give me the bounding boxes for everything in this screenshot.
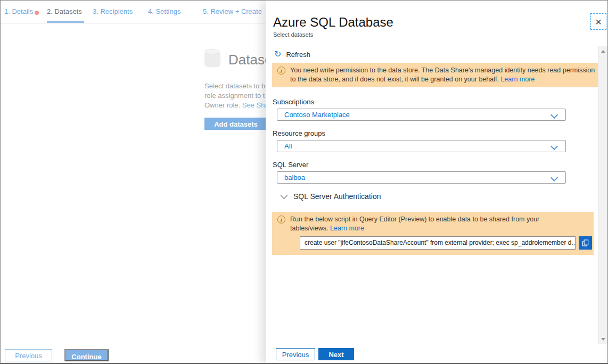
sql-server-authentication-expander[interactable]: SQL Server Authentication [282,192,381,201]
close-button[interactable]: × [590,13,606,30]
sql-server-value: balboa [284,172,305,183]
copy-icon [582,239,589,247]
refresh-label: Refresh [286,51,310,59]
subscriptions-label: Subscriptions [273,98,314,106]
scroll-down-arrow-icon[interactable] [601,338,605,341]
scroll-up-arrow-icon[interactable] [601,50,605,53]
info-icon: i [277,67,285,75]
subscriptions-value: Contoso Marketplace [284,109,350,120]
chevron-down-icon [551,111,558,119]
permission-info-banner: i You need write permission to the data … [272,63,598,87]
permission-banner-text: You need write permission to the data st… [290,66,599,84]
subscriptions-dropdown[interactable]: Contoso Marketplace [277,109,566,121]
refresh-icon: ↻ [274,50,281,59]
close-icon: × [595,16,602,28]
script-banner-text: Run the below script in Query Editor (Pr… [290,215,556,233]
refresh-button[interactable]: ↻ Refresh [274,49,310,59]
resource-groups-dropdown[interactable]: All [277,140,566,152]
azure-sql-database-panel: Azure SQL Database Select datasets × ↻ R… [266,1,608,364]
script-text-field[interactable]: create user "jifeContosoDataShareAccount… [300,236,576,250]
info-icon: i [277,216,285,224]
sql-server-label: SQL Server [273,161,308,169]
panel-previous-button[interactable]: Previous [276,348,315,360]
panel-title: Azure SQL Database [273,15,393,30]
chevron-down-icon [551,174,558,181]
script-info-banner: i Run the below script in Query Editor (… [272,212,594,255]
resource-groups-value: All [284,140,292,152]
panel-scrollbar[interactable] [598,46,608,344]
chevron-down-icon [281,192,287,199]
chevron-down-icon [551,143,558,150]
copy-script-button[interactable] [579,236,592,250]
sql-server-dropdown[interactable]: balboa [277,171,566,184]
panel-next-button[interactable]: Next [318,348,354,360]
modal-dim-overlay [1,1,266,364]
learn-more-link[interactable]: Learn more [330,225,364,232]
resource-groups-label: Resource groups [273,129,325,137]
sql-server-authentication-label: SQL Server Authentication [293,192,381,201]
panel-subtitle: Select datasets [273,31,313,38]
learn-more-link[interactable]: Learn more [500,76,535,83]
app-window: 1. Details 2. Datasets 3. Recipients 4. … [0,0,608,364]
header-divider [266,46,608,46]
